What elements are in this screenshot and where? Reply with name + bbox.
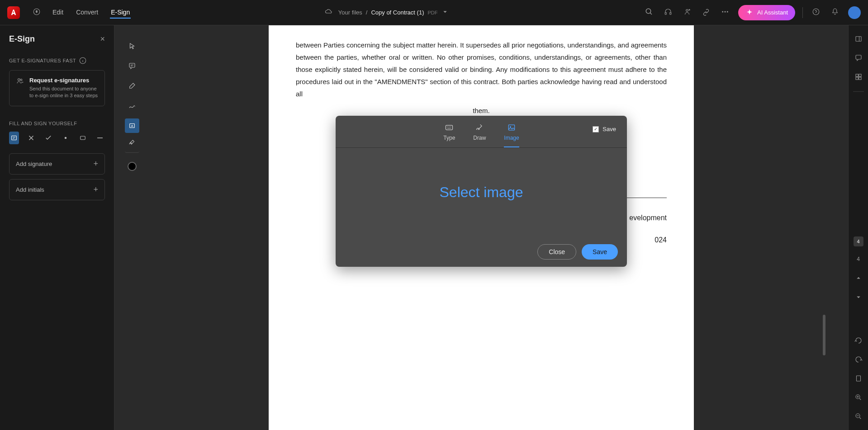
add-signature-button[interactable]: Add signature + [9,153,105,175]
add-signature-label: Add signature [16,161,52,167]
svg-rect-20 [856,37,861,42]
signature-modal-overlay: Type Draw Image ✓ Save [114,25,848,430]
page-down-icon[interactable] [852,291,865,303]
adobe-logo[interactable] [7,6,20,19]
right-panel-toolbar: 4 4 [848,25,868,430]
fit-page-icon[interactable] [852,372,865,385]
svg-point-5 [722,11,723,12]
ai-assistant-label: AI Assistant [757,9,788,16]
modal-content-area: Select image [336,147,627,237]
x-mark-tool[interactable] [26,132,36,144]
dot-tool[interactable] [61,132,71,144]
menu-edit[interactable]: Edit [52,7,64,19]
headphones-icon[interactable] [662,6,674,19]
modal-footer: Close Save [336,237,627,267]
current-page-indicator[interactable]: 4 [854,236,863,246]
svg-rect-18 [508,125,514,130]
save-button[interactable]: Save [582,244,618,260]
svg-point-8 [813,9,819,15]
bell-icon[interactable] [829,6,841,19]
request-card-title: Request e-signatures [29,77,98,84]
top-menu-bar: Edit Convert E-Sign Your files / Copy of… [0,0,868,25]
fill-sign-toolbar [9,132,105,144]
signatures-section-label: GET E-SIGNATURES FAST [9,57,105,65]
fill-sign-section-label: FILL AND SIGN YOURSELF [9,121,105,126]
tab-draw[interactable]: Draw [473,123,486,147]
more-icon[interactable] [719,6,731,19]
divider [802,7,803,18]
people-icon [16,77,24,99]
svg-rect-25 [856,376,860,381]
esign-sidebar: E-Sign × GET E-SIGNATURES FAST Request e… [0,25,114,430]
home-icon[interactable] [31,6,43,19]
circle-tool[interactable] [78,132,88,144]
add-initials-label: Add initials [16,186,44,193]
user-avatar[interactable] [848,6,861,19]
zoom-out-icon[interactable] [852,410,865,423]
request-signatures-card[interactable]: Request e-signatures Send this document … [9,70,105,106]
document-viewport: between Parties concerning the subject m… [114,25,848,430]
help-icon[interactable] [810,6,822,19]
cloud-icon [325,8,333,17]
add-initials-button[interactable]: Add initials + [9,179,105,200]
svg-point-7 [727,11,728,12]
breadcrumb: Your files / Copy of Contract (1) PDF [131,8,643,17]
svg-point-1 [646,9,651,14]
svg-point-4 [686,9,688,11]
breadcrumb-files[interactable]: Your files [338,9,362,16]
svg-rect-2 [665,12,666,14]
svg-rect-22 [859,74,861,76]
breadcrumb-separator: / [366,9,368,16]
pdf-badge: PDF [427,10,437,15]
svg-point-11 [20,79,22,81]
signature-modal: Type Draw Image ✓ Save [336,116,627,267]
text-tool[interactable] [9,132,19,144]
page-count: 4 [852,253,865,265]
svg-rect-23 [856,77,858,80]
sidebar-title: E-Sign [9,34,35,44]
svg-rect-24 [859,77,861,80]
svg-point-10 [18,79,20,81]
link-icon[interactable] [700,6,712,19]
close-sidebar-icon[interactable]: × [100,34,105,44]
request-card-desc: Send this document to anyone to e-sign o… [29,85,98,99]
select-image-button[interactable]: Select image [354,184,609,201]
tab-type[interactable]: Type [443,123,455,147]
ai-assistant-button[interactable]: AI Assistant [738,5,795,20]
modal-tabs: Type Draw Image ✓ Save [336,116,627,147]
svg-rect-14 [81,136,85,140]
top-right-actions: AI Assistant [643,5,861,20]
search-icon[interactable] [643,6,655,19]
divider [853,91,864,92]
menu-convert[interactable]: Convert [75,7,99,19]
checkbox-icon: ✓ [593,126,599,132]
svg-rect-17 [446,125,453,130]
save-checkbox[interactable]: ✓ Save [593,126,616,132]
svg-rect-3 [670,12,671,14]
info-icon[interactable] [79,57,87,65]
plus-icon: + [93,185,98,194]
chevron-down-icon[interactable] [441,8,449,17]
plus-icon: + [93,159,98,169]
tab-image[interactable]: Image [504,123,519,147]
svg-rect-12 [12,136,17,140]
svg-point-6 [725,11,726,12]
main-menu: Edit Convert E-Sign [52,7,131,19]
close-button[interactable]: Close [537,244,576,260]
rotate-right-icon[interactable] [852,353,865,366]
file-name[interactable]: Copy of Contract (1) [371,9,424,16]
chat-icon[interactable] [852,52,865,64]
checkmark-tool[interactable] [43,132,53,144]
grid-icon[interactable] [852,71,865,83]
line-tool[interactable] [95,132,105,144]
page-up-icon[interactable] [852,272,865,284]
menu-esign[interactable]: E-Sign [110,7,131,19]
svg-point-13 [65,137,67,139]
svg-rect-21 [856,74,858,76]
zoom-in-icon[interactable] [852,391,865,404]
share-icon[interactable] [681,6,693,19]
rotate-left-icon[interactable] [852,334,865,347]
panel-icon[interactable] [852,33,865,45]
